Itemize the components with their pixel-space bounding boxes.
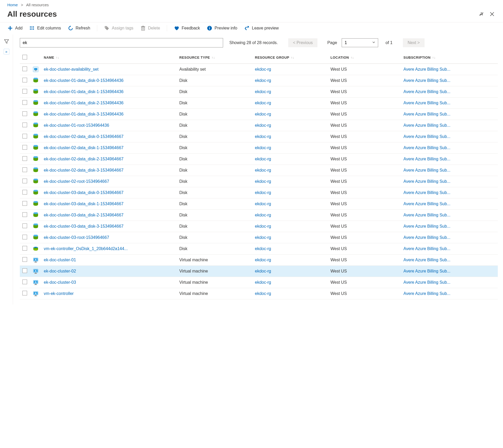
table-row[interactable]: ek-doc-cluster-01-data_disk-1-1534964436… [20, 86, 498, 98]
subscription-link[interactable]: Avere Azure Billing Sub... [401, 277, 498, 288]
row-checkbox[interactable] [22, 246, 27, 251]
row-checkbox[interactable] [22, 201, 27, 206]
table-row[interactable]: ek-doc-cluster-01Virtual machineekdoc-rg… [20, 255, 498, 266]
subscription-link[interactable]: Avere Azure Billing Sub... [401, 109, 498, 120]
table-row[interactable]: ek-doc-cluster-01-data_disk-0-1534964436… [20, 75, 498, 86]
previous-page-button[interactable]: < Previous [288, 38, 317, 47]
subscription-link[interactable]: Avere Azure Billing Sub... [401, 198, 498, 210]
table-row[interactable]: vm-ek-controller_OsDisk_1_20b644d2a144..… [20, 243, 498, 255]
row-checkbox[interactable] [22, 156, 27, 161]
table-row[interactable]: ek-doc-cluster-02-data_disk-1-1534964667… [20, 142, 498, 154]
row-checkbox[interactable] [22, 111, 27, 116]
expand-filter-button[interactable]: » [4, 49, 9, 55]
col-rg[interactable]: RESOURCE GROUP↑↓ [252, 52, 328, 64]
resource-name-link[interactable]: ek-doc-cluster-02-root-1534964667 [41, 176, 177, 187]
resource-group-link[interactable]: ekdoc-rg [252, 165, 328, 176]
table-row[interactable]: ek-doc-cluster-02-data_disk-2-1534964667… [20, 154, 498, 165]
row-checkbox[interactable] [22, 66, 27, 71]
resource-group-link[interactable]: ekdoc-rg [252, 288, 328, 299]
subscription-link[interactable]: Avere Azure Billing Sub... [401, 221, 498, 232]
row-checkbox[interactable] [22, 280, 27, 284]
resource-group-link[interactable]: ekdoc-rg [252, 64, 328, 75]
resource-name-link[interactable]: ek-doc-cluster-03-root-1534964667 [41, 232, 177, 243]
row-checkbox[interactable] [22, 167, 27, 172]
resource-name-link[interactable]: ek-doc-cluster-01-data_disk-2-1534964436 [41, 98, 177, 109]
subscription-link[interactable]: Avere Azure Billing Sub... [401, 64, 498, 75]
resource-name-link[interactable]: ek-doc-cluster-01-data_disk-1-1534964436 [41, 86, 177, 98]
filter-icon[interactable] [4, 39, 9, 45]
subscription-link[interactable]: Avere Azure Billing Sub... [401, 243, 498, 255]
row-checkbox[interactable] [22, 291, 27, 295]
subscription-link[interactable]: Avere Azure Billing Sub... [401, 266, 498, 277]
subscription-link[interactable]: Avere Azure Billing Sub... [401, 288, 498, 299]
subscription-link[interactable]: Avere Azure Billing Sub... [401, 232, 498, 243]
row-checkbox[interactable] [22, 123, 27, 127]
resource-group-link[interactable]: ekdoc-rg [252, 142, 328, 154]
row-checkbox[interactable] [22, 268, 27, 273]
subscription-link[interactable]: Avere Azure Billing Sub... [401, 98, 498, 109]
resource-name-link[interactable]: ek-doc-cluster-02-data_disk-3-1534964667 [41, 165, 177, 176]
row-checkbox[interactable] [22, 212, 27, 217]
refresh-button[interactable]: Refresh [68, 25, 90, 31]
add-button[interactable]: Add [7, 25, 22, 31]
subscription-link[interactable]: Avere Azure Billing Sub... [401, 176, 498, 187]
subscription-link[interactable]: Avere Azure Billing Sub... [401, 75, 498, 86]
resource-name-link[interactable]: ek-doc-cluster-01-data_disk-3-1534964436 [41, 109, 177, 120]
table-row[interactable]: ek-doc-cluster-01-data_disk-2-1534964436… [20, 98, 498, 109]
resource-group-link[interactable]: ekdoc-rg [252, 277, 328, 288]
page-select[interactable] [342, 38, 378, 47]
table-row[interactable]: ek-doc-cluster-03-data_disk-1-1534964667… [20, 198, 498, 210]
resource-group-link[interactable]: ekdoc-rg [252, 86, 328, 98]
table-row[interactable]: ek-doc-cluster-01-data_disk-3-1534964436… [20, 109, 498, 120]
feedback-button[interactable]: Feedback [174, 25, 200, 31]
subscription-link[interactable]: Avere Azure Billing Sub... [401, 131, 498, 142]
row-checkbox[interactable] [22, 257, 27, 262]
row-checkbox[interactable] [22, 78, 27, 82]
col-name[interactable]: NAME↑↓ [41, 52, 177, 64]
subscription-link[interactable]: Avere Azure Billing Sub... [401, 255, 498, 266]
resource-group-link[interactable]: ekdoc-rg [252, 266, 328, 277]
resource-group-link[interactable]: ekdoc-rg [252, 232, 328, 243]
table-row[interactable]: vm-ek-controllerVirtual machineekdoc-rgW… [20, 288, 498, 299]
row-checkbox[interactable] [22, 100, 27, 105]
resource-group-link[interactable]: ekdoc-rg [252, 198, 328, 210]
subscription-link[interactable]: Avere Azure Billing Sub... [401, 142, 498, 154]
table-row[interactable]: ek-doc-cluster-03-data_disk-0-1534964667… [20, 187, 498, 198]
table-row[interactable]: ek-doc-cluster-02Virtual machineekdoc-rg… [20, 266, 498, 277]
resource-group-link[interactable]: ekdoc-rg [252, 98, 328, 109]
resource-name-link[interactable]: ek-doc-cluster-03 [41, 277, 177, 288]
row-checkbox[interactable] [22, 179, 27, 183]
subscription-link[interactable]: Avere Azure Billing Sub... [401, 165, 498, 176]
subscription-link[interactable]: Avere Azure Billing Sub... [401, 154, 498, 165]
table-row[interactable]: ek-doc-cluster-03-data_disk-2-1534964667… [20, 210, 498, 221]
resource-name-link[interactable]: ek-doc-cluster-02-data_disk-2-1534964667 [41, 154, 177, 165]
leave-preview-button[interactable]: Leave preview [244, 25, 279, 31]
resource-name-link[interactable]: ek-doc-cluster-03-data_disk-0-1534964667 [41, 187, 177, 198]
resource-name-link[interactable]: ek-doc-cluster-availability_set [41, 64, 177, 75]
resource-group-link[interactable]: ekdoc-rg [252, 255, 328, 266]
search-input[interactable] [20, 38, 223, 47]
table-row[interactable]: ek-doc-cluster-02-root-1534964667Diskekd… [20, 176, 498, 187]
row-checkbox[interactable] [22, 89, 27, 94]
resource-name-link[interactable]: vm-ek-controller_OsDisk_1_20b644d2a144..… [41, 243, 177, 255]
edit-columns-button[interactable]: Edit columns [29, 25, 61, 31]
breadcrumb-home[interactable]: Home [7, 3, 18, 7]
resource-name-link[interactable]: ek-doc-cluster-01 [41, 255, 177, 266]
col-sub[interactable]: SUBSCRIPTION↑↓ [401, 52, 498, 64]
resource-group-link[interactable]: ekdoc-rg [252, 120, 328, 131]
subscription-link[interactable]: Avere Azure Billing Sub... [401, 120, 498, 131]
resource-name-link[interactable]: ek-doc-cluster-03-data_disk-2-1534964667 [41, 210, 177, 221]
table-row[interactable]: ek-doc-cluster-03Virtual machineekdoc-rg… [20, 277, 498, 288]
row-checkbox[interactable] [22, 145, 27, 150]
row-checkbox[interactable] [22, 134, 27, 138]
resource-group-link[interactable]: ekdoc-rg [252, 109, 328, 120]
table-row[interactable]: ek-doc-cluster-01-root-1534964436Diskekd… [20, 120, 498, 131]
resource-name-link[interactable]: ek-doc-cluster-01-root-1534964436 [41, 120, 177, 131]
row-checkbox[interactable] [22, 223, 27, 228]
subscription-link[interactable]: Avere Azure Billing Sub... [401, 86, 498, 98]
resource-group-link[interactable]: ekdoc-rg [252, 75, 328, 86]
subscription-link[interactable]: Avere Azure Billing Sub... [401, 187, 498, 198]
close-button[interactable] [488, 10, 496, 18]
select-all-checkbox[interactable] [22, 55, 27, 59]
subscription-link[interactable]: Avere Azure Billing Sub... [401, 210, 498, 221]
